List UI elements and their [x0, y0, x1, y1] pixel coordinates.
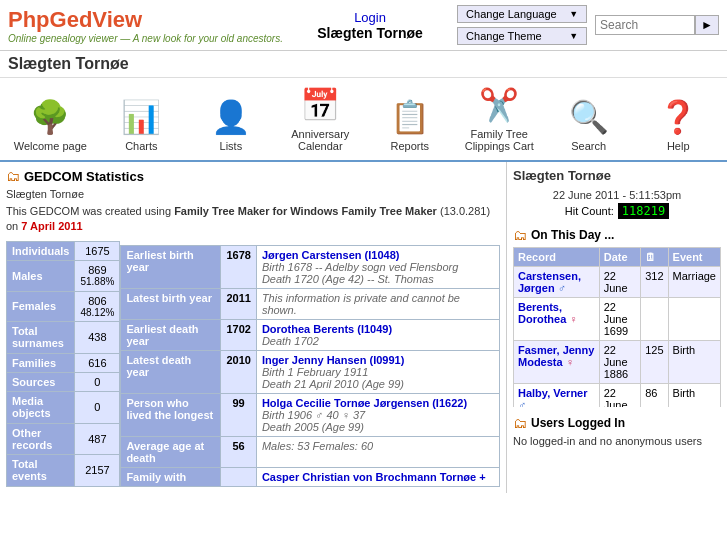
nav-icon-reports: 📋: [390, 98, 430, 136]
right-panel-title: Slægten Tornøe: [513, 168, 721, 183]
on-this-day-record[interactable]: Halby, Verner: [514, 384, 600, 408]
nav-item-reports[interactable]: 📋Reports: [375, 98, 445, 152]
record-name[interactable]: Dorothea Berents (I1049): [262, 323, 392, 335]
stat-row: Females80648.12%: [7, 291, 120, 321]
on-this-day-col-header: Event: [668, 248, 720, 267]
nav-bar: 🌳Welcome page📊Charts👤Lists📅AnniversaryCa…: [0, 78, 727, 162]
record-detail2: Death 1720 (Age 42) -- St. Thomas: [262, 273, 434, 285]
nav-icon-charts: 📊: [121, 98, 161, 136]
nav-item-lists[interactable]: 👤Lists: [196, 98, 266, 152]
on-this-day-col-header: 🗓: [641, 248, 668, 267]
stat-value: 487: [75, 423, 120, 455]
on-this-day-date: 22 June 1925: [599, 384, 640, 408]
header: PhpGedView Online genealogy viewer — A n…: [0, 0, 727, 51]
record-year: 1702: [221, 319, 256, 350]
search-input[interactable]: [595, 15, 695, 35]
gedcom-desc-date[interactable]: 7 April 2011: [21, 220, 82, 232]
stat-row: Individuals1675: [7, 241, 120, 260]
record-label: Earliest death year: [121, 319, 221, 350]
record-year: 56: [221, 436, 256, 467]
on-this-day: 🗂 On This Day ... RecordDate🗓Event Carst…: [513, 227, 721, 407]
person-link[interactable]: Carstensen, Jørgen: [518, 270, 581, 294]
stat-label: Females: [7, 291, 75, 321]
gedcom-desc-version: (13.0.281): [437, 205, 490, 217]
on-this-day-date: 22 June 1699: [599, 298, 640, 341]
stat-value: 0: [75, 372, 120, 391]
record-label: Average age at death: [121, 436, 221, 467]
record-year: [221, 467, 256, 486]
logo-title: PhpGedView: [8, 7, 283, 33]
nav-icon-search: 🔍: [569, 98, 609, 136]
stat-row: Total surnames438: [7, 322, 120, 354]
login-link[interactable]: Login: [283, 10, 457, 25]
record-label: Earliest birth year: [121, 245, 221, 288]
record-name[interactable]: Holga Cecilie Tornøe Jørgensen (I1622): [262, 397, 467, 409]
calendar-icon: 🗂: [513, 227, 527, 243]
record-label: Person who lived the longest: [121, 393, 221, 436]
users-logged-header: 🗂 Users Logged In: [513, 415, 721, 431]
change-language-button[interactable]: Change Language: [457, 5, 587, 23]
nav-item-search[interactable]: 🔍Search: [554, 98, 624, 152]
record-name[interactable]: Jørgen Carstensen (I1048): [262, 249, 400, 261]
users-logged-title: Users Logged In: [531, 416, 625, 430]
record-row: Average age at death56Males: 53 Females:…: [121, 436, 500, 467]
record-row: Earliest death year1702Dorothea Berents …: [121, 319, 500, 350]
on-this-day-record[interactable]: Berents, Dorothea: [514, 298, 600, 341]
gedcom-desc-prefix: This GEDCOM was created using: [6, 205, 174, 217]
logo-ged: GedView: [50, 7, 143, 32]
gedcom-desc-on: on: [6, 220, 21, 232]
stat-value: 616: [75, 353, 120, 372]
nav-item-help[interactable]: ❓Help: [643, 98, 713, 152]
record-row: Person who lived the longest99Holga Ceci…: [121, 393, 500, 436]
change-theme-button[interactable]: Change Theme: [457, 27, 587, 45]
record-row: Earliest birth year1678Jørgen Carstensen…: [121, 245, 500, 288]
record-name[interactable]: Casper Christian von Brochmann Tornøe +: [262, 471, 486, 483]
nav-item-anniversary[interactable]: 📅AnniversaryCalendar: [285, 86, 355, 152]
on-this-day-col-header: Date: [599, 248, 640, 267]
on-this-day-record[interactable]: Fasmer, Jenny Modesta: [514, 341, 600, 384]
gedcom-subtitle: Slægten Tornøe: [6, 188, 500, 200]
person-link[interactable]: Fasmer, Jenny Modesta: [518, 344, 594, 368]
nav-item-welcome[interactable]: 🌳Welcome page: [14, 98, 87, 152]
hit-count-label: Hit Count:: [565, 205, 614, 217]
stat-value: 438: [75, 322, 120, 354]
on-this-day-event: Marriage: [668, 267, 720, 298]
stats-area: Individuals1675Males86951.88%Females8064…: [6, 241, 500, 487]
person-gender: [566, 356, 574, 368]
on-this-day-table: RecordDate🗓Event Carstensen, Jørgen 22 J…: [513, 247, 721, 407]
hit-date: 22 June 2011 - 5:11:53pm: [513, 189, 721, 201]
on-this-day-row: Fasmer, Jenny Modesta 22 June 1886125Bir…: [514, 341, 721, 384]
on-this-day-event: Birth: [668, 341, 720, 384]
search-button[interactable]: ►: [695, 15, 719, 35]
record-year: 99: [221, 393, 256, 436]
stat-label: Families: [7, 353, 75, 372]
record-label: Latest death year: [121, 350, 221, 393]
stat-row: Total events2157: [7, 455, 120, 487]
person-link[interactable]: Halby, Verner: [518, 387, 588, 399]
nav-icon-family-tree: ✂️: [479, 86, 519, 124]
record-detail: Birth 1906 ♂ 40 ♀ 37: [262, 409, 365, 421]
gedcom-desc: This GEDCOM was created using Family Tre…: [6, 204, 500, 235]
nav-item-charts[interactable]: 📊Charts: [106, 98, 176, 152]
stats-table: Individuals1675Males86951.88%Females8064…: [6, 241, 120, 487]
stat-row: Media objects0: [7, 392, 120, 424]
record-row: Latest birth year2011This information is…: [121, 288, 500, 319]
record-name[interactable]: Inger Jenny Hansen (I0991): [262, 354, 404, 366]
right-panel: Slægten Tornøe 22 June 2011 - 5:11:53pm …: [507, 162, 727, 493]
on-this-day-row: Berents, Dorothea 22 June 1699: [514, 298, 721, 341]
logo: PhpGedView Online genealogy viewer — A n…: [8, 7, 283, 44]
users-icon: 🗂: [513, 415, 527, 431]
stat-value: 1675: [75, 241, 120, 260]
record-year: 1678: [221, 245, 256, 288]
stat-value: 86951.88%: [75, 261, 120, 291]
record-detail: Death 1702: [262, 335, 319, 347]
person-link[interactable]: Berents, Dorothea: [518, 301, 566, 325]
nav-item-family-tree[interactable]: ✂️Family TreeClippings Cart: [464, 86, 534, 152]
on-this-day-record[interactable]: Carstensen, Jørgen: [514, 267, 600, 298]
search-area: ►: [595, 15, 719, 35]
on-this-day-scroll[interactable]: RecordDate🗓Event Carstensen, Jørgen 22 J…: [513, 247, 721, 407]
record-person: Jørgen Carstensen (I1048)Birth 1678 -- A…: [256, 245, 499, 288]
person-gender: [518, 399, 526, 407]
main-content: 🗂 GEDCOM Statistics Slægten Tornøe This …: [0, 162, 727, 493]
on-this-day-title: On This Day ...: [531, 228, 614, 242]
